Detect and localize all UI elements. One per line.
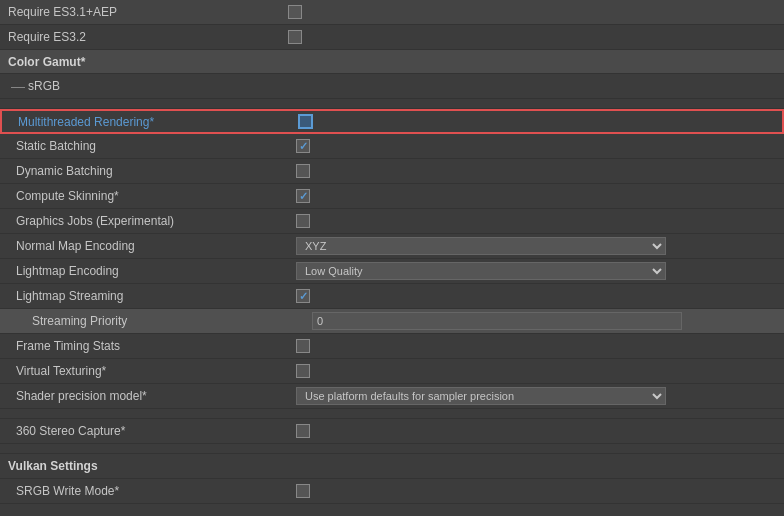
vulkan-settings-header: Vulkan Settings	[0, 454, 784, 479]
settings-panel: Require ES3.1+AEP Require ES3.2 Color Ga…	[0, 0, 784, 516]
dynamic-batching-row: Dynamic Batching	[0, 159, 784, 184]
multithreaded-rendering-checkbox[interactable]	[298, 114, 313, 129]
frame-timing-stats-checkbox[interactable]	[296, 339, 310, 353]
require-es32-row: Require ES3.2	[0, 25, 784, 50]
normal-map-encoding-row: Normal Map Encoding XYZ DXT5nm-style	[0, 234, 784, 259]
spacer-1	[0, 99, 784, 109]
static-batching-row: Static Batching	[0, 134, 784, 159]
normal-map-encoding-dropdown[interactable]: XYZ DXT5nm-style	[296, 237, 666, 255]
vulkan-settings-label: Vulkan Settings	[8, 459, 98, 473]
dynamic-batching-value	[296, 164, 776, 178]
lightmap-encoding-row: Lightmap Encoding Low Quality Normal Qua…	[0, 259, 784, 284]
spacer-3	[0, 444, 784, 454]
graphics-jobs-checkbox[interactable]	[296, 214, 310, 228]
frame-timing-stats-row: Frame Timing Stats	[0, 334, 784, 359]
frame-timing-stats-label: Frame Timing Stats	[16, 339, 296, 353]
require-es32-checkbox[interactable]	[288, 30, 302, 44]
spacer-2	[0, 409, 784, 419]
require-es31-aep-value	[288, 5, 776, 19]
graphics-jobs-label: Graphics Jobs (Experimental)	[16, 214, 296, 228]
srgb-write-mode-checkbox[interactable]	[296, 484, 310, 498]
shader-precision-dropdown[interactable]: Use platform defaults for sampler precis…	[296, 387, 666, 405]
require-es31-aep-checkbox[interactable]	[288, 5, 302, 19]
360-stereo-capture-label: 360 Stereo Capture*	[16, 424, 296, 438]
shader-precision-value: Use platform defaults for sampler precis…	[296, 387, 776, 405]
virtual-texturing-row: Virtual Texturing*	[0, 359, 784, 384]
multithreaded-rendering-row: Multithreaded Rendering*	[0, 109, 784, 134]
virtual-texturing-label: Virtual Texturing*	[16, 364, 296, 378]
color-gamut-header: Color Gamut*	[0, 50, 784, 74]
require-es31-aep-row: Require ES3.1+AEP	[0, 0, 784, 25]
lightmap-streaming-row: Lightmap Streaming	[0, 284, 784, 309]
multithreaded-rendering-value	[298, 114, 774, 129]
srgb-write-mode-row: SRGB Write Mode*	[0, 479, 784, 504]
360-stereo-capture-row: 360 Stereo Capture*	[0, 419, 784, 444]
streaming-priority-row: Streaming Priority	[0, 309, 784, 334]
static-batching-checkbox[interactable]	[296, 139, 310, 153]
color-gamut-label: Color Gamut*	[8, 55, 288, 69]
multithreaded-rendering-label: Multithreaded Rendering*	[18, 115, 298, 129]
static-batching-label: Static Batching	[16, 139, 296, 153]
dash-icon: —	[8, 78, 28, 94]
shader-precision-row: Shader precision model* Use platform def…	[0, 384, 784, 409]
lightmap-encoding-value: Low Quality Normal Quality High Quality	[296, 262, 776, 280]
dynamic-batching-checkbox[interactable]	[296, 164, 310, 178]
require-es32-label: Require ES3.2	[8, 30, 288, 44]
srgb-write-mode-label: SRGB Write Mode*	[16, 484, 296, 498]
require-es32-value	[288, 30, 776, 44]
compute-skinning-value	[296, 189, 776, 203]
graphics-jobs-value	[296, 214, 776, 228]
lightmap-streaming-value	[296, 289, 776, 303]
srgb-label: sRGB	[28, 79, 60, 93]
normal-map-encoding-label: Normal Map Encoding	[16, 239, 296, 253]
lightmap-encoding-label: Lightmap Encoding	[16, 264, 296, 278]
compute-skinning-checkbox[interactable]	[296, 189, 310, 203]
static-batching-value	[296, 139, 776, 153]
streaming-priority-value	[312, 312, 776, 330]
virtual-texturing-value	[296, 364, 776, 378]
360-stereo-capture-checkbox[interactable]	[296, 424, 310, 438]
srgb-row: — sRGB	[0, 74, 784, 99]
srgb-write-mode-value	[296, 484, 776, 498]
lightmap-streaming-checkbox[interactable]	[296, 289, 310, 303]
virtual-texturing-checkbox[interactable]	[296, 364, 310, 378]
streaming-priority-label: Streaming Priority	[32, 314, 312, 328]
dynamic-batching-label: Dynamic Batching	[16, 164, 296, 178]
lightmap-streaming-label: Lightmap Streaming	[16, 289, 296, 303]
graphics-jobs-row: Graphics Jobs (Experimental)	[0, 209, 784, 234]
require-es31-aep-label: Require ES3.1+AEP	[8, 5, 288, 19]
streaming-priority-input[interactable]	[312, 312, 682, 330]
lightmap-encoding-dropdown[interactable]: Low Quality Normal Quality High Quality	[296, 262, 666, 280]
compute-skinning-label: Compute Skinning*	[16, 189, 296, 203]
frame-timing-stats-value	[296, 339, 776, 353]
normal-map-encoding-value: XYZ DXT5nm-style	[296, 237, 776, 255]
shader-precision-label: Shader precision model*	[16, 389, 296, 403]
360-stereo-capture-value	[296, 424, 776, 438]
compute-skinning-row: Compute Skinning*	[0, 184, 784, 209]
